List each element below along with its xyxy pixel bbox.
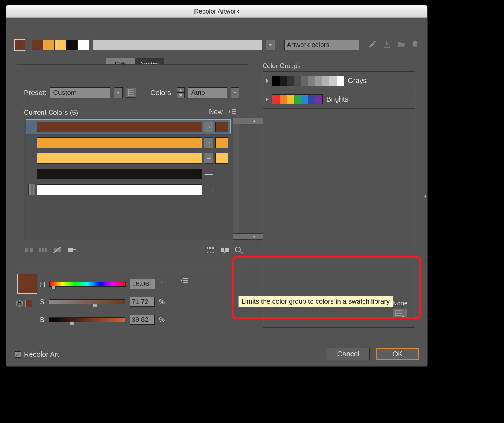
web-safe-icon[interactable]	[16, 300, 23, 307]
tooltip: Limits the color group to colors in a sw…	[238, 296, 393, 307]
color-groups-label: Color Groups	[263, 62, 301, 70]
new-color-swatch[interactable]	[215, 153, 228, 164]
recolor-artwork-dialog: Recolor Artwork Artwork colors Edit Assi…	[6, 5, 428, 367]
sat-thumb-icon[interactable]	[93, 304, 97, 307]
bri-thumb-icon[interactable]	[70, 321, 74, 325]
colors-dropdown-button[interactable]	[231, 87, 239, 98]
limit-none-label: None	[392, 300, 407, 307]
colors-label: Colors:	[150, 89, 173, 97]
sat-unit: %	[159, 298, 165, 306]
exclude-row-icon[interactable]	[52, 245, 62, 254]
current-color-bar[interactable]	[37, 184, 202, 195]
preset-dropdown-button[interactable]	[114, 87, 123, 98]
color-mapping-row[interactable]: —	[26, 166, 231, 181]
color-mapping-row[interactable]: →	[26, 151, 231, 166]
preset-options-icon[interactable]	[126, 88, 136, 98]
map-arrow-icon[interactable]: →	[204, 137, 213, 148]
color-group-swatches	[272, 76, 344, 86]
hue-thumb-icon[interactable]	[51, 286, 56, 289]
preset-select[interactable]: Custom	[50, 87, 110, 98]
svg-rect-18	[225, 248, 229, 252]
ok-button[interactable]: OK	[376, 348, 419, 360]
disclosure-icon[interactable]	[266, 79, 269, 83]
find-in-wheel-icon[interactable]	[234, 245, 244, 254]
current-color-bar[interactable]	[37, 153, 202, 164]
sat-field[interactable]: 71.72	[130, 297, 155, 307]
svg-rect-13	[68, 248, 73, 252]
artwork-color-strip[interactable]	[32, 40, 89, 50]
color-group-name: Brights	[326, 95, 348, 103]
color-mapping-row[interactable]: —	[26, 182, 231, 197]
out-of-gamut-swatch[interactable]	[25, 300, 32, 307]
svg-rect-5	[232, 113, 236, 114]
svg-rect-9	[42, 248, 44, 252]
current-color-bar[interactable]	[37, 122, 202, 132]
list-scrollbar[interactable]	[233, 118, 239, 240]
hue-field[interactable]: 16.06	[130, 279, 155, 289]
color-group-row[interactable]: Grays	[263, 72, 415, 90]
flyout-menu-icon[interactable]	[229, 109, 236, 116]
sat-label: S	[40, 298, 45, 306]
svg-rect-16	[212, 247, 214, 249]
save-group-icon[interactable]	[383, 40, 391, 50]
expand-panel-icon[interactable]	[422, 192, 428, 201]
no-map-icon[interactable]: —	[204, 184, 213, 195]
active-color-swatch[interactable]	[14, 39, 25, 51]
spinner-down-icon[interactable]	[177, 93, 185, 98]
map-arrow-icon[interactable]: →	[204, 122, 213, 132]
artwork-strip-track	[93, 40, 262, 50]
hue-label: H	[40, 280, 45, 288]
svg-rect-10	[45, 248, 47, 252]
color-group-swatches	[272, 94, 323, 104]
svg-rect-7	[30, 248, 33, 252]
color-group-name: Grays	[348, 77, 367, 85]
svg-rect-3	[232, 109, 236, 110]
spinner-up-icon[interactable]	[177, 87, 185, 93]
new-row-icon[interactable]	[67, 245, 77, 254]
randomize-order-icon[interactable]	[206, 245, 215, 254]
color-mode-flyout-icon[interactable]	[181, 278, 188, 285]
map-arrow-icon[interactable]: →	[204, 153, 213, 164]
eyedropper-icon[interactable]	[368, 40, 377, 50]
sat-slider[interactable]	[49, 299, 125, 304]
cancel-button[interactable]: Cancel	[327, 348, 370, 360]
split-row-icon[interactable]	[38, 245, 48, 254]
svg-rect-14	[207, 247, 208, 249]
disclosure-icon[interactable]	[266, 98, 269, 101]
color-mapping-row[interactable]: →	[26, 135, 231, 150]
bri-field[interactable]: 38.82	[130, 315, 155, 325]
colors-count-select[interactable]: Auto	[188, 87, 227, 98]
preset-label: Preset:	[24, 89, 46, 97]
folder-icon[interactable]	[397, 40, 405, 50]
new-color-swatch[interactable]	[215, 137, 228, 148]
color-mapping-row[interactable]: →	[26, 119, 231, 134]
new-colors-header: New	[209, 108, 223, 116]
bri-unit: %	[159, 316, 165, 324]
color-strip-dropdown[interactable]	[266, 40, 275, 50]
bri-slider[interactable]	[49, 317, 125, 322]
trash-icon[interactable]	[411, 40, 420, 50]
titlebar[interactable]: Recolor Artwork	[6, 5, 427, 18]
current-color-bar[interactable]	[37, 137, 202, 148]
selected-color-swatch[interactable]	[17, 274, 37, 294]
svg-rect-21	[183, 278, 188, 279]
color-group-name-field[interactable]: Artwork colors	[284, 40, 359, 50]
hue-slider[interactable]	[49, 282, 126, 287]
new-color-swatch[interactable]	[215, 122, 228, 132]
no-map-icon[interactable]: —	[204, 169, 213, 179]
row-spectrum-handle[interactable]	[28, 184, 35, 195]
current-color-bar[interactable]	[37, 169, 202, 179]
color-group-row[interactable]: Brights	[263, 90, 415, 109]
svg-rect-23	[183, 282, 188, 283]
hue-unit: °	[159, 280, 166, 288]
svg-rect-15	[209, 247, 211, 249]
svg-rect-8	[39, 248, 41, 252]
svg-point-19	[235, 247, 240, 252]
svg-rect-4	[232, 111, 236, 112]
recolor-art-checkbox[interactable]: ✓	[15, 351, 21, 358]
colors-count-spinner[interactable]	[177, 87, 185, 98]
randomize-sat-icon[interactable]	[220, 245, 230, 254]
color-mapping-list: →→→——	[24, 118, 239, 240]
limit-swatch-library-button[interactable]	[393, 309, 407, 319]
merge-row-icon[interactable]	[24, 245, 34, 254]
